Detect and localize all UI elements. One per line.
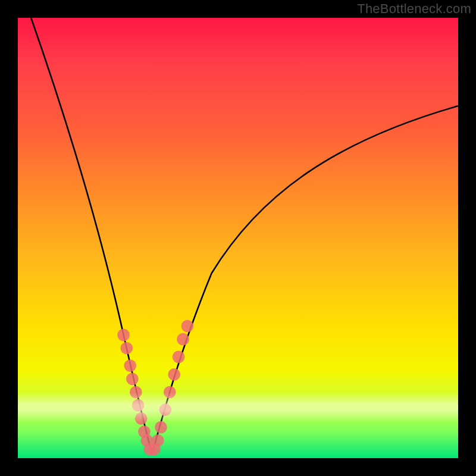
svg-point-12 [155,421,167,434]
svg-point-15 [168,368,180,381]
svg-point-13 [159,403,172,416]
svg-point-2 [124,359,136,372]
svg-point-3 [126,372,139,385]
svg-point-11 [152,434,164,447]
chart-frame: TheBottleneck.com [0,0,476,476]
svg-point-17 [177,333,189,346]
svg-point-18 [181,320,194,333]
plot-area [18,18,458,458]
curve-right [152,106,458,454]
svg-point-16 [173,350,185,363]
svg-point-1 [120,342,133,355]
curve-svg [18,18,458,458]
dots-right [148,320,193,456]
dots-left [117,328,156,455]
watermark-text: TheBottleneck.com [357,1,471,17]
svg-point-6 [135,412,148,425]
svg-point-5 [132,399,145,412]
svg-point-14 [164,386,176,399]
svg-point-0 [117,328,130,341]
svg-point-4 [130,386,142,399]
